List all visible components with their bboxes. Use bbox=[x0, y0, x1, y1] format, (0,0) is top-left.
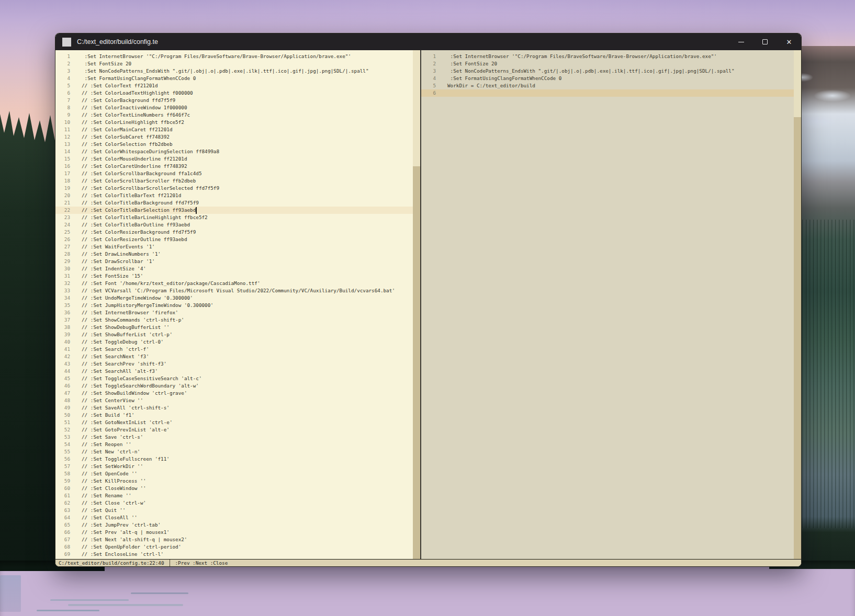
code-line[interactable]: 26// :Set ColorResizerOutline ff93aebd bbox=[55, 236, 413, 243]
code-line[interactable]: 21// :Set ColorTitleBarBackground ffd7f5… bbox=[55, 199, 413, 207]
code-line[interactable]: 24// :Set ColorTitleBarOutline ff93aebd bbox=[55, 221, 413, 229]
line-text: // :Set ColorLoadTextHighlight f000000 bbox=[70, 89, 193, 97]
code-line[interactable]: 6 bbox=[421, 89, 801, 97]
code-line[interactable]: 4 :Set FormatUsingClangFormatWhenCCode 0 bbox=[421, 75, 794, 82]
line-number: 63 bbox=[55, 507, 70, 514]
code-line[interactable]: 18// :Set ColorScrollbarScroller ffb2dbe… bbox=[55, 177, 413, 185]
line-number: 18 bbox=[55, 177, 70, 185]
code-line[interactable]: 34// :Set UndoMergeTimeWindow '0.300000' bbox=[55, 294, 413, 302]
code-line[interactable]: 49// :Set SaveAll 'ctrl-shift-s' bbox=[55, 404, 413, 412]
code-line[interactable]: 3 :Set NonCodePatterns_EndsWith ".git/|.… bbox=[421, 67, 794, 75]
code-line[interactable]: 30// :Set IndentSize '4' bbox=[55, 265, 413, 272]
close-button[interactable]: ✕ bbox=[777, 33, 801, 50]
scrollbar-right[interactable] bbox=[794, 50, 801, 559]
wallpaper-lake bbox=[0, 561, 855, 616]
code-line[interactable]: 43// :Set SearchPrev 'shift-f3' bbox=[55, 360, 413, 368]
status-commands[interactable]: :Prev :Next :Close bbox=[170, 560, 228, 566]
line-number: 31 bbox=[55, 272, 70, 280]
code-line[interactable]: 5WorkDir = C:/text_editor/build bbox=[421, 82, 794, 89]
code-line[interactable]: 20// :Set ColorTitleBarText ff21201d bbox=[55, 192, 413, 199]
code-line[interactable]: 51// :Set GotoNextInList 'ctrl-e' bbox=[55, 419, 413, 426]
code-line[interactable]: 7// :Set ColorBackground ffd7f5f9 bbox=[55, 97, 413, 104]
editor-pane-inactive[interactable]: 1 :Set InternetBrowser '"C:/Program File… bbox=[421, 50, 801, 559]
code-line[interactable]: 53// :Set Save 'ctrl-s' bbox=[55, 434, 413, 441]
line-text: :Set NonCodePatterns_EndsWith ".git/|.ob… bbox=[436, 67, 735, 75]
scrollbar-thumb-left[interactable] bbox=[413, 50, 420, 166]
code-line[interactable]: 19// :Set ColorScrollbarScrollerSelected… bbox=[55, 185, 413, 192]
code-line[interactable]: 64// :Set CloseAll '' bbox=[55, 514, 413, 521]
code-line[interactable]: 6// :Set ColorLoadTextHighlight f000000 bbox=[55, 89, 413, 97]
code-line[interactable]: 65// :Set JumpPrev 'ctrl-tab' bbox=[55, 521, 413, 529]
code-line[interactable]: 41// :Set Search 'ctrl-f' bbox=[55, 346, 413, 353]
code-line[interactable]: 10// :Set ColorLineHighlight ffbce5f2 bbox=[55, 119, 413, 126]
code-line[interactable]: 37// :Set ShowCommands 'ctrl-shift-p' bbox=[55, 316, 413, 324]
code-line[interactable]: 66// :Set Prev 'alt-q | mousex1' bbox=[55, 529, 413, 536]
code-line[interactable]: 40// :Set ToggleDebug 'ctrl-0' bbox=[55, 338, 413, 346]
code-line[interactable]: 2 :Set FontSize 20 bbox=[421, 60, 794, 67]
code-line[interactable]: 23// :Set ColorTitleBarLineHighlight ffb… bbox=[55, 214, 413, 221]
code-line[interactable]: 67// :Set Next 'alt-shift-q | mousex2' bbox=[55, 536, 413, 543]
code-line[interactable]: 61// :Set Rename '' bbox=[55, 492, 413, 499]
editor-pane-active[interactable]: 1 :Set InternetBrowser '"C:/Program File… bbox=[55, 50, 420, 559]
code-line[interactable]: 44// :Set SearchAll 'alt-f3' bbox=[55, 368, 413, 375]
code-line[interactable]: 13// :Set ColorSelection ffb2dbeb bbox=[55, 141, 413, 148]
code-line[interactable]: 17// :Set ColorScrollbarBackground ffa1c… bbox=[55, 170, 413, 177]
line-text: // :Set Build 'f1' bbox=[70, 412, 134, 419]
code-line[interactable]: 39// :Set ShowBufferList 'ctrl-p' bbox=[55, 331, 413, 338]
maximize-button[interactable] bbox=[753, 33, 777, 50]
code-line[interactable]: 12// :Set ColorSubCaret ff748392 bbox=[55, 133, 413, 141]
code-line[interactable]: 1 :Set InternetBrowser '"C:/Program File… bbox=[55, 53, 413, 60]
code-line[interactable]: 54// :Set Reopen '' bbox=[55, 441, 413, 448]
line-number: 37 bbox=[55, 316, 70, 324]
code-line[interactable]: 56// :Set ToggleFullscreen 'f11' bbox=[55, 455, 413, 463]
scrollbar-left[interactable] bbox=[413, 50, 420, 559]
text-editor-window: C:/text_editor/build/config.te ✕ 1 :Set … bbox=[55, 33, 802, 567]
code-line[interactable]: 16// :Set ColorCaretUnderline ff748392 bbox=[55, 163, 413, 170]
code-line[interactable]: 4 :Set FormatUsingClangFormatWhenCCode 0 bbox=[55, 75, 413, 82]
code-line[interactable]: 58// :Set OpenCode '' bbox=[55, 470, 413, 477]
code-line[interactable]: 9// :Set ColorTextLineNumbers ff646f7c bbox=[55, 111, 413, 119]
code-line[interactable]: 45// :Set ToggleCaseSensitiveSearch 'alt… bbox=[55, 375, 413, 382]
code-line[interactable]: 59// :Set KillProcess '' bbox=[55, 477, 413, 485]
code-line[interactable]: 2 :Set FontSize 20 bbox=[55, 60, 413, 67]
code-line[interactable]: 28// :Set DrawLineNumbers '1' bbox=[55, 250, 413, 258]
code-line[interactable]: 60// :Set CloseWindow '' bbox=[55, 485, 413, 492]
code-line[interactable]: 11// :Set ColorMainCaret ff21201d bbox=[55, 126, 413, 133]
code-line[interactable]: 27// :Set WaitForEvents '1' bbox=[55, 243, 413, 250]
code-line[interactable]: 8// :Set ColorInactiveWindow 1f000000 bbox=[55, 104, 413, 111]
line-number: 34 bbox=[55, 294, 70, 302]
code-line[interactable]: 47// :Set ShowBuildWindow 'ctrl-grave' bbox=[55, 390, 413, 397]
line-number: 24 bbox=[55, 221, 70, 229]
minimize-button[interactable] bbox=[729, 33, 753, 50]
code-line[interactable]: 69// :Set EncloseLine 'ctrl-l' bbox=[55, 551, 413, 558]
code-line[interactable]: 36// :Set InternetBrowser 'firefox' bbox=[55, 309, 413, 316]
code-line[interactable]: 50// :Set Build 'f1' bbox=[55, 412, 413, 419]
code-line[interactable]: 46// :Set ToggleSearchWordBoundary 'alt-… bbox=[55, 382, 413, 390]
code-line[interactable]: 57// :Set SetWorkDir '' bbox=[55, 463, 413, 470]
scrollbar-thumb-right[interactable] bbox=[794, 50, 801, 117]
line-text: // :Set ColorTitleBarLineHighlight ffbce… bbox=[70, 214, 208, 221]
code-line[interactable]: 25// :Set ColorResizerBackground ffd7f5f… bbox=[55, 229, 413, 236]
code-line[interactable]: 22// :Set ColorTitleBarSelection ff93aeb… bbox=[55, 207, 413, 214]
code-line[interactable]: 33// :Set VCVarsall 'C:/Program Files/Mi… bbox=[55, 287, 413, 294]
code-line[interactable]: 5// :Set ColorText ff21201d bbox=[55, 82, 413, 89]
code-line[interactable]: 3 :Set NonCodePatterns_EndsWith ".git/|.… bbox=[55, 67, 413, 75]
code-line[interactable]: 29// :Set DrawScrollbar '1' bbox=[55, 258, 413, 265]
close-icon: ✕ bbox=[786, 39, 792, 45]
code-line[interactable]: 63// :Set Quit '' bbox=[55, 507, 413, 514]
code-line[interactable]: 48// :Set CenterView '' bbox=[55, 397, 413, 404]
line-number: 28 bbox=[55, 250, 70, 258]
code-line[interactable]: 62// :Set Close 'ctrl-w' bbox=[55, 499, 413, 507]
code-line[interactable]: 32// :Set Font '/home/krz/text_editor/pa… bbox=[55, 280, 413, 287]
code-line[interactable]: 38// :Set ShowDebugBufferList '' bbox=[55, 324, 413, 331]
code-line[interactable]: 1 :Set InternetBrowser '"C:/Program File… bbox=[421, 53, 794, 60]
code-line[interactable]: 35// :Set JumpHistoryMergeTimeWindow '0.… bbox=[55, 302, 413, 309]
code-line[interactable]: 31// :Set FontSize '15' bbox=[55, 272, 413, 280]
code-line[interactable]: 42// :Set SearchNext 'f3' bbox=[55, 353, 413, 360]
title-bar[interactable]: C:/text_editor/build/config.te ✕ bbox=[55, 33, 801, 50]
code-line[interactable]: 15// :Set ColorMouseUnderline ff21201d bbox=[55, 155, 413, 163]
code-line[interactable]: 68// :Set OpenUpFolder 'ctrl-period' bbox=[55, 543, 413, 551]
code-line[interactable]: 55// :Set New 'ctrl-n' bbox=[55, 448, 413, 455]
code-line[interactable]: 52// :Set GotoPrevInList 'alt-e' bbox=[55, 426, 413, 434]
code-line[interactable]: 14// :Set ColorWhitespaceDuringSelection… bbox=[55, 148, 413, 155]
